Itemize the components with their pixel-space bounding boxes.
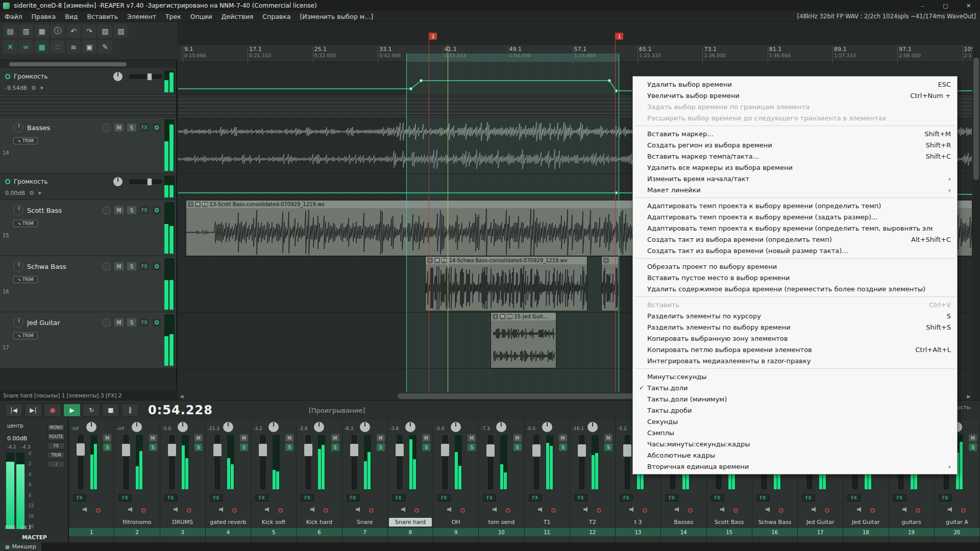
strip-number[interactable]: 3: [160, 528, 205, 536]
strip-number[interactable]: 5: [251, 528, 296, 536]
go-start-button[interactable]: |◀: [5, 404, 22, 417]
menu-item[interactable]: Сэмплы: [633, 427, 957, 438]
strip-number[interactable]: 18: [843, 528, 888, 536]
menu-Трек[interactable]: Трек: [161, 13, 186, 20]
menu-item[interactable]: Увеличить выбор времениCtrl+Num +: [633, 90, 957, 101]
strip-number[interactable]: 16: [752, 528, 797, 536]
new-project-icon[interactable]: ▤: [3, 24, 17, 38]
item-info-icon[interactable]: i: [427, 258, 433, 263]
collapsed-handle[interactable]: [9, 62, 127, 66]
track-panel-row[interactable]: 17Jed GuitarMSFX∿TRIM: [0, 312, 176, 368]
pause-button[interactable]: ‖: [121, 404, 139, 417]
timeline-ruler[interactable]: 9.10:10.66617.10:21.33325.10:32.00033.10…: [178, 45, 972, 62]
mixer-strip-4[interactable]: -21.3MSFXgated reverb4: [206, 420, 251, 542]
master-trim-button[interactable]: TRIM: [47, 452, 65, 459]
mixer-strip-7[interactable]: -8.3MSFXSnare7: [342, 420, 388, 542]
chevron-down-icon[interactable]: ▾: [40, 85, 43, 91]
strip-fx-button[interactable]: FX: [847, 494, 861, 502]
master-route-button[interactable]: ROUTE: [47, 433, 65, 440]
menu-item[interactable]: Копировать выбранную зону элементов: [633, 333, 957, 344]
item-info-icon[interactable]: i: [493, 314, 498, 319]
strip-solo-button[interactable]: S: [377, 443, 385, 451]
media-item-schwa[interactable]: iMFX14-Schwa Bass-consolidated-070929_12…: [425, 256, 587, 311]
strip-fx-button[interactable]: FX: [574, 494, 587, 502]
speaker-icon[interactable]: [128, 507, 134, 514]
strip-solo-button[interactable]: S: [194, 443, 203, 451]
strip-number[interactable]: 2: [114, 528, 159, 536]
solo-button[interactable]: S: [127, 262, 136, 270]
strip-solo-button[interactable]: S: [285, 443, 293, 451]
strip-name[interactable]: T2: [571, 518, 614, 527]
envelope-lane-panel[interactable]: Громкость0.00dB⚙▾: [0, 173, 176, 200]
menu-item[interactable]: Разделить элементы по выбору времениShif…: [633, 321, 957, 333]
strip-number[interactable]: 8: [388, 528, 433, 536]
fx-button[interactable]: FX: [140, 318, 149, 327]
menu-Элемент[interactable]: Элемент: [122, 13, 161, 20]
record-arm-ring[interactable]: [779, 508, 783, 513]
mixer-strip-8[interactable]: -3.8MSFXSnare hard8: [388, 420, 433, 542]
speaker-icon[interactable]: [219, 507, 225, 514]
strip-pan-knob[interactable]: [223, 422, 233, 432]
item-group-icon[interactable]: ∞: [19, 40, 33, 54]
strip-mute-button[interactable]: M: [194, 434, 203, 442]
strip-fx-button[interactable]: FX: [711, 494, 724, 502]
menu-Вид[interactable]: Вид: [60, 13, 82, 20]
envelope-knob[interactable]: [113, 72, 122, 81]
volume-fader[interactable]: [577, 444, 586, 457]
fx-button[interactable]: FX: [140, 206, 149, 214]
strip-name[interactable]: gated reverb: [207, 518, 250, 527]
track-panel-row[interactable]: 15Scott BassMSFX∿TRIM: [0, 200, 176, 256]
save-project-icon[interactable]: ▦: [35, 24, 49, 38]
strip-name[interactable]: T1: [526, 518, 569, 527]
speaker-icon[interactable]: [493, 507, 499, 514]
scroll-left-arrow[interactable]: ◀: [178, 392, 185, 400]
strip-solo-button[interactable]: S: [559, 443, 567, 451]
play-button[interactable]: ▶: [63, 404, 81, 417]
strip-number[interactable]: 20: [935, 528, 979, 536]
speaker-icon[interactable]: [310, 507, 316, 514]
strip-fx-button[interactable]: FX: [529, 494, 542, 502]
envelope-power-icon[interactable]: [5, 179, 10, 184]
fx-button[interactable]: FX: [140, 262, 149, 270]
strip-pan-knob[interactable]: [496, 422, 506, 432]
ripple-icon[interactable]: ≡: [66, 40, 81, 54]
item-info-icon[interactable]: i: [603, 258, 609, 263]
strip-mute-button[interactable]: M: [149, 434, 157, 442]
speaker-icon[interactable]: [83, 507, 89, 514]
grid-icon[interactable]: ▦: [35, 40, 49, 54]
record-arm-ring[interactable]: [369, 508, 374, 513]
speaker-icon[interactable]: [401, 507, 407, 514]
strip-fx-button[interactable]: FX: [73, 494, 86, 502]
record-arm-ring[interactable]: [916, 508, 920, 513]
speaker-icon[interactable]: [857, 507, 863, 514]
slider-thumb[interactable]: [147, 178, 152, 186]
menu-item[interactable]: Такты.дроби: [633, 405, 957, 416]
menu-item[interactable]: Удалить все маркеры из выбора времени: [633, 162, 957, 173]
mute-button[interactable]: M: [114, 318, 124, 327]
strip-name[interactable]: Snare: [344, 518, 386, 527]
strip-fx-button[interactable]: FX: [665, 494, 678, 502]
menu-item[interactable]: Вставить маркер темпа/такта...Shift+C: [633, 151, 957, 162]
mixer-strip-1[interactable]: -infMSFX1: [69, 420, 114, 542]
speaker-icon[interactable]: [902, 507, 909, 514]
speaker-icon[interactable]: [583, 507, 590, 514]
fx-enable-button[interactable]: [153, 206, 161, 214]
strip-number[interactable]: 12: [570, 528, 615, 536]
menu-item[interactable]: Создать такт из выбора времени (новый ра…: [633, 245, 957, 256]
volume-fader[interactable]: [304, 443, 313, 457]
menu-item[interactable]: Создать такт из выбора времени (определи…: [633, 234, 957, 245]
strip-number[interactable]: 15: [707, 528, 752, 536]
track-pan-knob[interactable]: [13, 122, 23, 133]
strip-solo-button[interactable]: S: [604, 443, 612, 451]
record-arm-ring[interactable]: [597, 508, 601, 513]
menu-item[interactable]: Вторичная единица времени›: [633, 461, 957, 472]
marker-flag-1[interactable]: 1: [616, 33, 623, 40]
record-arm-ring[interactable]: [278, 508, 283, 513]
envelope-slider[interactable]: [129, 74, 162, 79]
strip-fx-button[interactable]: FX: [483, 494, 496, 502]
strip-solo-button[interactable]: S: [422, 443, 430, 451]
stop-button[interactable]: ■: [102, 404, 119, 417]
strip-name[interactable]: Schwa Bass: [753, 518, 796, 527]
mixer-strip-10[interactable]: -7.3MSFXtom send10: [479, 420, 524, 542]
mixer-strip-9[interactable]: -5.0MSFXOH9: [433, 420, 479, 542]
